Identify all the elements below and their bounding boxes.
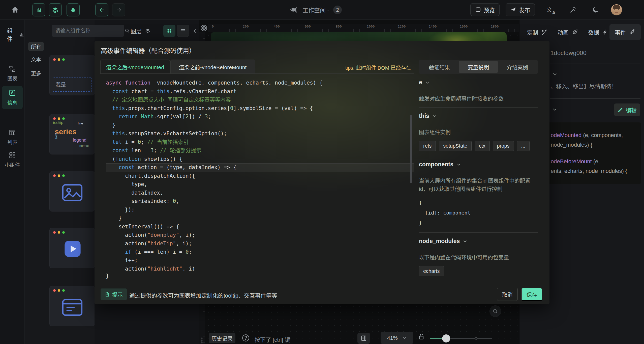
settings-tab-2[interactable]: 数据 (583, 24, 613, 40)
sidebar-item-3[interactable]: 小组件 (2, 148, 23, 171)
workspace-label: 工作空间 - (302, 6, 329, 14)
variable-tag[interactable]: ... (517, 141, 530, 151)
code-line-17: setInterval(() => { (106, 223, 414, 231)
redo-button[interactable] (112, 3, 125, 16)
dark-mode-moon-icon[interactable] (592, 6, 599, 14)
sidebar-item-1[interactable]: 信息 (2, 86, 23, 109)
docs-tab-2[interactable]: 介绍案例 (498, 61, 537, 73)
docs-tabs: 验证结果变量说明介绍案例 (419, 60, 538, 74)
settings-tab-3[interactable]: 事件 (609, 24, 641, 40)
zoom-select[interactable]: 41% (381, 332, 413, 344)
component-card-image[interactable] (49, 171, 95, 211)
search-input[interactable] (55, 28, 122, 34)
component-card-video[interactable] (49, 228, 95, 268)
editor-tab-1[interactable]: 渲染之前-vnodeBeforeMount (170, 60, 255, 74)
search-icon[interactable] (125, 28, 130, 34)
magnifier-button[interactable] (489, 305, 501, 317)
settings-tab-1[interactable]: 动画 (553, 24, 583, 40)
panel-divider (550, 64, 640, 64)
wordcloud-word: legend (73, 138, 86, 143)
code-line-10: const action = (type, dataIndex) => { (106, 163, 414, 172)
variable-tag[interactable]: refs (419, 141, 436, 151)
component-card-wordcloud[interactable]: tooltiplineserieslegendaxisnormal (49, 114, 95, 154)
header-divider (87, 5, 87, 15)
section-name: this (419, 113, 429, 119)
section-divider (419, 232, 538, 233)
footer-tip-text: 通过提供的参数可为图表增加定制化的tooltip、交互事件等等 (129, 291, 277, 299)
panel-toggle-button[interactable] (357, 333, 370, 344)
docs-pane: 验证结果变量说明介绍案例 e触发对应生命周期事件时接收的参数this图表组件实例… (419, 60, 538, 284)
category-item-0[interactable]: 所有 (28, 42, 44, 51)
sidebar-item-2[interactable]: 列表 (2, 126, 23, 149)
wordcloud-word: axis (54, 133, 58, 139)
docs-tab-0[interactable]: 验证结果 (420, 61, 459, 73)
section-chevron-down-icon-2[interactable] (552, 107, 558, 113)
publish-button[interactable]: 发布 (506, 3, 535, 16)
ruler-tick-label: 1400 (429, 24, 437, 28)
docs-section-title-this[interactable]: this (419, 113, 538, 119)
advanced-event-editor-modal: 高级事件编辑器（配合源码使用） 渲染之后-vnodeMounted渲染之前-vn… (95, 41, 549, 304)
component-card-text[interactable]: 我是 (49, 55, 95, 95)
code-line-7: let i = 0; // 当前轮播索引 (106, 138, 414, 147)
category-item-1[interactable]: 文本 (28, 55, 44, 64)
avatar[interactable] (611, 4, 622, 15)
sidebar-title: 组件 (7, 26, 16, 42)
preview-label: 预览 (484, 6, 495, 14)
home-icon[interactable] (11, 6, 19, 14)
code-preview-line-0: odeMounted (e, components, (551, 130, 641, 140)
edit-button[interactable]: 编辑 (614, 103, 640, 116)
code-editor[interactable]: async function vnodeMounted(e, component… (100, 76, 414, 271)
save-button[interactable]: 保存 (522, 288, 542, 301)
code-line-8: const len = 3; // 轮播部分提示 (106, 146, 414, 155)
sidebar-item-0[interactable]: 图表 (2, 62, 23, 85)
docs-section-title-node_modules[interactable]: node_modules (419, 238, 538, 245)
component-id: 1doctqwg000 (550, 49, 587, 57)
ruler-tick-label: 600 (305, 24, 311, 28)
tabs-underline (100, 73, 414, 74)
docs-section-tags-node_modules: echarts (419, 266, 538, 276)
undo-button[interactable] (95, 3, 108, 16)
panel-icon (360, 335, 367, 341)
wordcloud-word: series (55, 127, 77, 136)
layers-button[interactable] (49, 3, 62, 16)
section-chevron-down-icon[interactable] (552, 71, 558, 77)
chart-select-button[interactable] (32, 3, 45, 16)
question-icon[interactable] (241, 334, 250, 342)
code-line-6: this.setupState.vEchartsSetOption(); (106, 129, 414, 138)
code-line-15: }); (106, 206, 414, 214)
crosshair-icon[interactable] (200, 24, 208, 32)
code-preview-block[interactable]: odeMounted (e, components,node_modules) … (535, 122, 641, 184)
docs-section-desc-node_modules: 以下是内置在代码环境中可用的包变量 (419, 253, 538, 261)
collapse-panel-icon[interactable] (192, 28, 198, 34)
settings-tab-0[interactable]: 定制 (523, 24, 552, 40)
cancel-button[interactable]: 取消 (497, 288, 518, 301)
editor-tab-0[interactable]: 渲染之后-vnodeMounted (100, 60, 170, 74)
top-header: 工作空间 - 2 预览 发布 文 A (0, 0, 644, 20)
shortcut-hint: 按下了 [ctrl] 键 (255, 335, 290, 343)
zoom-slider-track[interactable] (430, 338, 492, 339)
workspace-count-badge: 2 (333, 6, 342, 14)
variable-tag[interactable]: echarts (419, 266, 444, 276)
variable-tag[interactable]: setupState (439, 141, 472, 151)
video-component-icon (63, 239, 82, 258)
section-divider (419, 156, 538, 156)
lock-icon[interactable] (418, 333, 425, 341)
list-view-button[interactable] (177, 25, 189, 37)
docs-section-title-e[interactable]: e (419, 79, 538, 86)
grid-view-button[interactable] (163, 25, 175, 37)
ruler-tick-label: 1200 (398, 24, 406, 28)
translate-icon[interactable]: 文 A (546, 6, 555, 14)
category-item-2[interactable]: 更多 (28, 69, 44, 78)
docs-tab-1[interactable]: 变量说明 (459, 61, 498, 73)
filter-button[interactable] (67, 3, 80, 16)
variable-tag[interactable]: ctx (475, 141, 490, 151)
component-card-browser[interactable] (49, 286, 95, 326)
docs-section-title-components[interactable]: components (419, 161, 538, 168)
history-button[interactable]: 历史记录 (209, 333, 235, 343)
variable-tag[interactable]: props (493, 141, 514, 151)
magic-wand-icon[interactable] (569, 6, 577, 14)
zoom-slider-thumb[interactable] (442, 334, 450, 342)
preview-button[interactable]: 预览 (470, 3, 500, 16)
bar-chart-small-icon (19, 32, 24, 37)
editor-scrollbar[interactable] (410, 115, 412, 183)
